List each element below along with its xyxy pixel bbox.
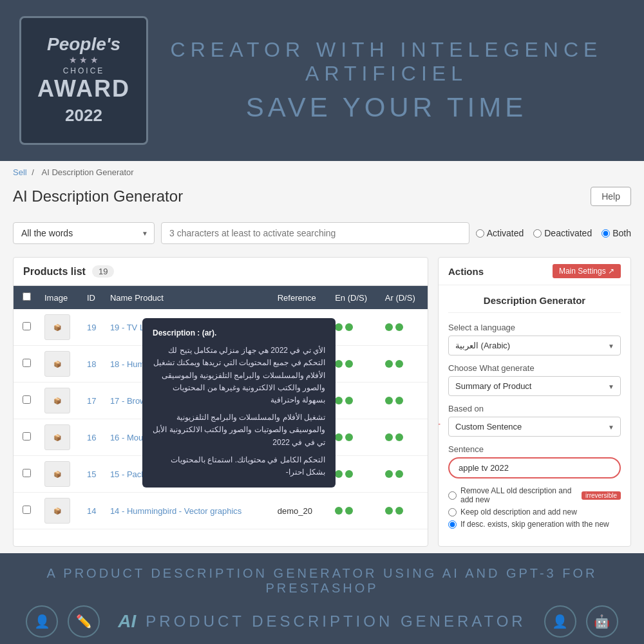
- ar-dot2: [395, 433, 403, 441]
- bottom-text: A product description generator using AI…: [26, 566, 618, 596]
- radio-deactivated[interactable]: Deactivated: [533, 228, 592, 238]
- breadcrumb-sell[interactable]: Sell: [13, 167, 27, 177]
- option-keep-old[interactable]: Keep old description and add new: [448, 507, 621, 516]
- radio-both[interactable]: Both: [601, 228, 631, 238]
- product-image: 📦: [44, 461, 70, 487]
- product-id: 14: [82, 493, 105, 529]
- generate-label: Choose What generate: [448, 363, 621, 373]
- top-banner: People's ★ ★ ★ CHOICE AWARD 2022 Creator…: [0, 0, 644, 161]
- en-dot1: [335, 433, 343, 441]
- bottom-banner: A product description generator using AI…: [0, 553, 644, 644]
- row-checkbox[interactable]: [23, 469, 31, 477]
- actions-title: Actions: [448, 266, 484, 277]
- actions-section-title: Description Generator: [448, 295, 621, 313]
- sentence-input[interactable]: [448, 457, 621, 478]
- based-on-select[interactable]: Custom Sentence: [448, 417, 621, 437]
- col-en-ds: En (D/S): [330, 286, 380, 309]
- product-ar-ds: [380, 383, 428, 419]
- radio-activated[interactable]: Activated: [476, 228, 524, 238]
- col-name: Name Product: [105, 286, 272, 309]
- product-ar-ds: [380, 493, 428, 529]
- tooltip-text1: الأي تي في 2022 هي جهاز منزلي متكامل يتي…: [153, 345, 325, 406]
- language-select[interactable]: العربية (Arabic): [448, 336, 621, 355]
- banner-title-line2: Save your Time: [148, 92, 625, 123]
- based-on-group: Based on Custom Sentence: [448, 404, 621, 437]
- product-en-ds: [330, 456, 380, 493]
- product-id: 15: [82, 456, 105, 493]
- based-on-select-wrap: Custom Sentence: [448, 417, 621, 437]
- en-dot2: [345, 397, 353, 404]
- award-title: AWARD: [37, 75, 130, 102]
- select-all-checkbox[interactable]: [23, 292, 31, 301]
- product-image: 📦: [44, 351, 70, 377]
- generate-group: ← Choose What generate Summary of Produc…: [448, 363, 621, 396]
- en-dot2: [345, 470, 353, 478]
- product-id: 16: [82, 419, 105, 456]
- row-checkbox[interactable]: [23, 432, 31, 440]
- ar-dot1: [385, 433, 393, 441]
- en-dot1: [335, 470, 343, 478]
- option-remove-old[interactable]: Remove ALL old description and add new i…: [448, 486, 621, 504]
- product-gen-text: Product description generator: [146, 612, 526, 630]
- product-image: 📦: [44, 498, 70, 524]
- en-dot1: [335, 360, 343, 368]
- search-filter-wrap: All the words: [13, 222, 155, 244]
- red-arrow-icon: ←: [438, 413, 444, 434]
- generate-select[interactable]: Summary of Product: [448, 376, 621, 396]
- tooltip-box: Description : (ar). الأي تي في 2022 هي ج…: [142, 318, 336, 488]
- ar-dot1: [385, 507, 393, 515]
- search-input[interactable]: [161, 222, 469, 244]
- product-ar-ds: [380, 309, 428, 346]
- product-ar-ds: [380, 419, 428, 456]
- products-panel: Products list 19 Image ID Name Product R…: [13, 257, 428, 547]
- product-image: 📦: [44, 314, 70, 340]
- product-reference: demo_20: [272, 493, 330, 529]
- main-settings-button[interactable]: Main Settings ↗: [553, 264, 621, 278]
- bottom-icons: 👤 ✏️ AI Product description generator 👤 …: [26, 605, 618, 638]
- ar-dot1: [385, 323, 393, 331]
- en-dot2: [345, 507, 353, 515]
- row-checkbox[interactable]: [23, 359, 31, 367]
- award-year: 2022: [65, 106, 102, 126]
- help-button[interactable]: Help: [591, 187, 631, 206]
- language-group: Select a language العربية (Arabic): [448, 323, 621, 355]
- product-ar-ds: [380, 456, 428, 493]
- product-id: 19: [82, 309, 105, 346]
- left-icons: 👤 ✏️: [26, 605, 100, 638]
- row-checkbox[interactable]: [23, 395, 31, 404]
- search-filter-select[interactable]: All the words: [13, 222, 155, 244]
- ar-dot2: [395, 507, 403, 515]
- en-dot1: [335, 507, 343, 515]
- en-dot1: [335, 397, 343, 404]
- award-choice: CHOICE: [63, 66, 105, 75]
- language-label: Select a language: [448, 323, 621, 332]
- ar-dot2: [395, 360, 403, 368]
- ar-dot2: [395, 323, 403, 331]
- page-header: AI Description Generator Help: [0, 184, 644, 216]
- tooltip-title: Description : (ar).: [153, 327, 325, 339]
- row-checkbox[interactable]: [23, 506, 31, 514]
- tooltip-text3: التحكم الكامل في محتوياتك. استمتاع بالمح…: [153, 454, 325, 478]
- sentence-group: Sentence: [448, 444, 621, 478]
- actions-panel: Actions Main Settings ↗ Description Gene…: [438, 257, 631, 547]
- banner-title-line1: Creator with Intelegence Artificiel: [148, 38, 625, 86]
- person-icon-2: 👤: [544, 605, 576, 638]
- actions-header: Actions Main Settings ↗: [439, 258, 630, 285]
- ar-dot1: [385, 360, 393, 368]
- robot-icon: 🤖: [586, 605, 618, 638]
- right-icons: 👤 🤖: [544, 605, 618, 638]
- en-dot2: [345, 360, 353, 368]
- row-checkbox[interactable]: [23, 322, 31, 330]
- product-ar-ds: [380, 346, 428, 383]
- award-peoples: People's: [47, 35, 120, 53]
- product-en-ds: [330, 346, 380, 383]
- product-en-ds: [330, 309, 380, 346]
- product-en-ds: [330, 383, 380, 419]
- award-badge: People's ★ ★ ★ CHOICE AWARD 2022: [19, 16, 148, 145]
- main-content: Sell / AI Description Generator AI Descr…: [0, 161, 644, 553]
- tooltip-overlay: Description : (ar). الأي تي في 2022 هي ج…: [142, 318, 336, 488]
- product-id: 17: [82, 383, 105, 419]
- col-checkbox: [14, 286, 39, 309]
- option-skip-existing[interactable]: If desc. exists, skip generation with th…: [448, 520, 621, 529]
- products-count: 19: [92, 265, 114, 278]
